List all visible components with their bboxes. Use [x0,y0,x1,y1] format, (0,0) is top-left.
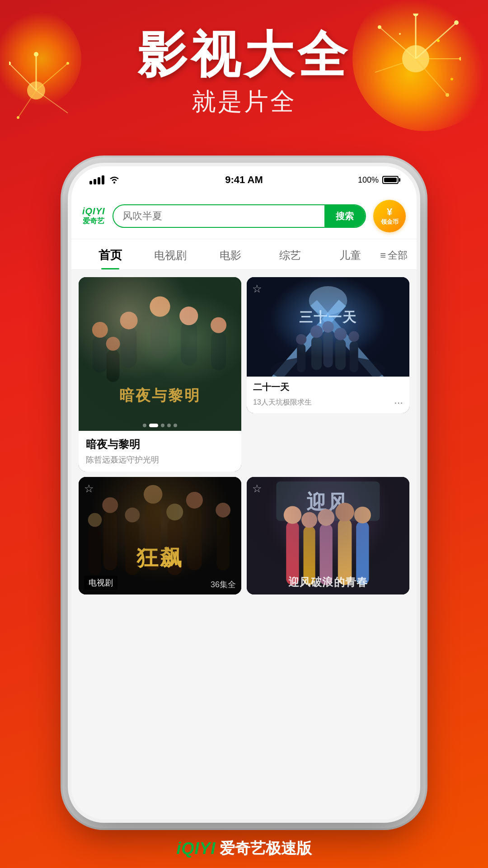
signal-bar-3 [98,177,100,184]
logo-chinese-text: 爱奇艺 [83,217,104,226]
battery-fill [384,178,397,182]
svg-point-25 [113,182,115,184]
dot-5 [174,424,177,427]
status-right: 100% [358,175,399,185]
svg-text:三十一天: 三十一天 [299,310,357,325]
svg-point-53 [296,334,306,344]
bottom-card-right-image: 迎风 [247,477,409,594]
tab-movie[interactable]: 电影 [200,240,260,269]
svg-rect-46 [311,336,322,370]
svg-point-51 [334,328,347,340]
featured-card[interactable]: 暗夜与黎明 [79,277,241,472]
dot-2 [149,424,158,427]
drama-label-left: 电视剧 [84,576,117,590]
svg-point-84 [318,509,334,526]
signal-bar-2 [94,179,96,184]
search-input[interactable] [113,205,324,227]
svg-point-67 [216,503,230,518]
signal-bars [89,175,104,184]
svg-rect-26 [79,277,241,431]
phone-content: 9:41 AM 100% iQIYI 爱奇艺 [71,166,417,819]
svg-rect-54 [350,341,358,373]
svg-rect-81 [303,526,315,585]
svg-text:暗夜与黎明: 暗夜与黎明 [119,387,201,404]
gold-coin-button[interactable]: ¥ 领金币 [373,200,406,232]
svg-point-82 [301,512,317,528]
svg-point-45 [271,356,385,377]
svg-point-71 [125,508,140,523]
dot-4 [167,424,171,427]
svg-point-88 [354,507,371,524]
nav-all-button[interactable]: ≡ 全部 [380,241,408,269]
featured-card-image: 暗夜与黎明 [79,277,241,431]
star-icon-top[interactable]: ☆ [252,283,262,295]
svg-rect-62 [145,501,161,571]
app-header: iQIYI 爱奇艺 搜索 ¥ 领金币 [71,193,417,239]
nav-tabs: 首页 电视剧 电影 综艺 儿童 ≡ 全部 [71,239,417,270]
footer-logo: iQIYI [176,839,216,858]
svg-point-47 [310,326,323,338]
side-card-top[interactable]: 三十一天 ☆ 二十一天 13人天坑极限求生 ··· [247,277,409,413]
svg-rect-52 [297,344,305,373]
svg-point-49 [322,321,333,332]
nav-all-label: 全部 [388,249,408,262]
search-button[interactable]: 搜索 [324,205,365,227]
bottom-card-left[interactable]: 狂飙 电视剧 36集全 ☆ [79,477,241,594]
featured-card-title: 暗夜与黎明 [86,437,234,452]
hero-section: 影视大全 就是片全 [0,27,488,118]
side-card-top-info: 二十一天 13人天坑极限求生 ··· [247,377,409,413]
svg-point-86 [335,503,354,521]
dot-1 [143,424,146,427]
more-icon-top[interactable]: ··· [394,396,403,409]
featured-card-desc: 陈哲远聂远守护光明 [86,454,234,465]
svg-rect-32 [181,321,197,366]
gold-coin-label: 领金币 [381,218,399,226]
logo-iqiyi-text: iQIYI [82,206,105,217]
svg-point-69 [88,513,102,527]
svg-rect-77 [276,481,380,521]
svg-rect-70 [126,521,140,575]
svg-rect-27 [79,277,241,431]
svg-rect-87 [356,521,369,585]
svg-rect-30 [121,326,137,368]
status-time: 9:41 AM [225,174,263,186]
content-grid: 暗夜与黎明 [71,270,417,602]
svg-line-44 [314,303,380,377]
svg-point-35 [92,322,108,338]
hero-title: 影视大全 [0,27,488,82]
svg-point-55 [349,331,359,342]
tab-variety[interactable]: 综艺 [260,240,320,269]
svg-point-33 [179,307,198,325]
svg-rect-60 [103,511,117,570]
svg-rect-41 [247,277,409,377]
side-card-top-title: 二十一天 [253,381,403,393]
phone-screen: 9:41 AM 100% iQIYI 爱奇艺 [71,166,417,819]
star-icon-right[interactable]: ☆ [252,482,262,495]
right-cards: 三十一天 ☆ 二十一天 13人天坑极限求生 ··· [247,277,409,472]
bottom-card-right[interactable]: 迎风 [247,477,409,594]
star-icon-left[interactable]: ☆ [84,482,94,495]
status-bar: 9:41 AM 100% [71,166,417,193]
signal-bar-1 [89,181,92,184]
svg-point-37 [211,317,226,333]
svg-point-31 [120,311,138,329]
iqiyi-logo: iQIYI 爱奇艺 [82,206,105,226]
tab-home[interactable]: 首页 [80,239,141,269]
tab-tv[interactable]: 电视剧 [141,240,201,269]
tab-kids[interactable]: 儿童 [320,240,380,269]
status-left [89,175,120,184]
search-bar[interactable]: 搜索 [113,204,366,228]
page-wrapper: 影视大全 就是片全 [0,0,488,868]
page-footer: iQIYI 爱奇艺极速版 [0,838,488,859]
wifi-icon [109,176,120,184]
svg-rect-50 [335,339,346,370]
svg-point-61 [102,497,118,513]
svg-text:迎风: 迎风 [306,491,350,513]
svg-point-63 [144,485,162,504]
battery-percentage: 100% [358,175,379,185]
svg-rect-83 [319,524,332,585]
svg-rect-64 [187,506,202,571]
footer-text: 爱奇艺极速版 [220,838,312,859]
svg-point-39 [106,337,120,351]
svg-rect-36 [211,331,226,370]
